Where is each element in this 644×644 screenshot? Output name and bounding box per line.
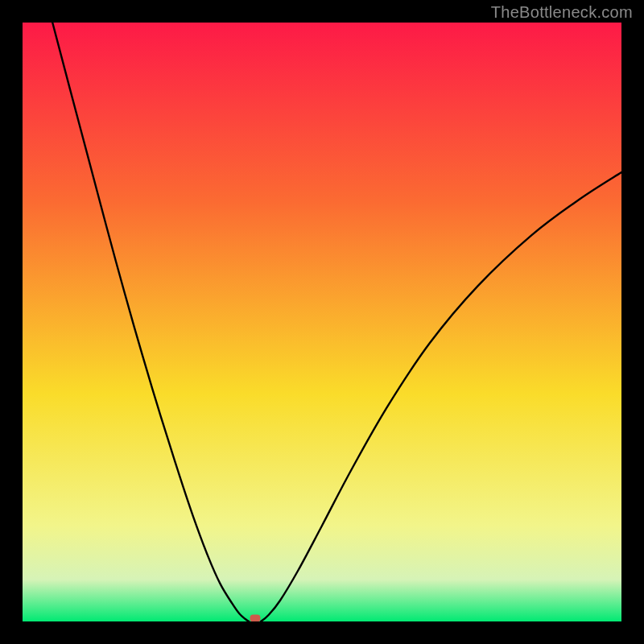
outer-frame: TheBottleneck.com	[0, 0, 644, 644]
bottleneck-curve	[23, 23, 621, 621]
plot-area	[23, 23, 621, 621]
optimum-marker	[250, 614, 260, 621]
attribution-text: TheBottleneck.com	[491, 3, 633, 22]
